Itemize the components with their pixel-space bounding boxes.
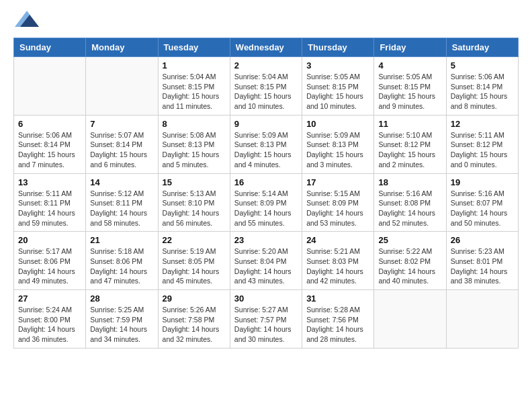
calendar-cell: 30Sunrise: 5:27 AM Sunset: 7:57 PM Dayli… [230, 290, 302, 349]
day-number: 6 [18, 119, 81, 129]
calendar-cell: 6Sunrise: 5:06 AM Sunset: 8:14 PM Daylig… [14, 115, 86, 173]
day-number: 14 [90, 177, 153, 187]
calendar-header-row: SundayMondayTuesdayWednesdayThursdayFrid… [14, 38, 519, 57]
header-tuesday: Tuesday [158, 38, 230, 57]
day-info: Sunrise: 5:22 AM Sunset: 8:02 PM Dayligh… [378, 246, 441, 286]
calendar-cell: 5Sunrise: 5:06 AM Sunset: 8:14 PM Daylig… [446, 57, 518, 116]
day-info: Sunrise: 5:06 AM Sunset: 8:14 PM Dayligh… [18, 130, 81, 170]
page-header [13, 13, 519, 27]
calendar-cell: 31Sunrise: 5:28 AM Sunset: 7:56 PM Dayli… [302, 290, 374, 349]
day-number: 26 [451, 235, 514, 245]
calendar-cell: 4Sunrise: 5:05 AM Sunset: 8:15 PM Daylig… [374, 57, 446, 116]
day-info: Sunrise: 5:20 AM Sunset: 8:04 PM Dayligh… [234, 246, 298, 286]
day-number: 24 [306, 235, 369, 245]
calendar-cell: 25Sunrise: 5:22 AM Sunset: 8:02 PM Dayli… [374, 232, 446, 290]
day-number: 15 [163, 177, 226, 187]
calendar-cell: 27Sunrise: 5:24 AM Sunset: 8:00 PM Dayli… [14, 290, 86, 349]
day-number: 3 [306, 60, 369, 71]
calendar-week-row: 27Sunrise: 5:24 AM Sunset: 8:00 PM Dayli… [14, 290, 519, 349]
day-info: Sunrise: 5:07 AM Sunset: 8:14 PM Dayligh… [90, 130, 153, 170]
day-number: 20 [18, 235, 81, 245]
calendar-cell [446, 290, 518, 349]
calendar-cell: 8Sunrise: 5:08 AM Sunset: 8:13 PM Daylig… [158, 115, 230, 173]
day-info: Sunrise: 5:04 AM Sunset: 8:15 PM Dayligh… [163, 72, 226, 111]
day-info: Sunrise: 5:13 AM Sunset: 8:10 PM Dayligh… [163, 189, 226, 228]
day-number: 11 [378, 119, 441, 129]
calendar-table: SundayMondayTuesdayWednesdayThursdayFrid… [13, 38, 519, 349]
day-info: Sunrise: 5:18 AM Sunset: 8:06 PM Dayligh… [90, 246, 153, 286]
calendar-cell: 13Sunrise: 5:11 AM Sunset: 8:11 PM Dayli… [14, 173, 86, 232]
header-sunday: Sunday [14, 38, 86, 57]
calendar-cell: 12Sunrise: 5:11 AM Sunset: 8:12 PM Dayli… [446, 115, 518, 173]
day-info: Sunrise: 5:27 AM Sunset: 7:57 PM Dayligh… [234, 305, 298, 345]
day-number: 31 [306, 293, 369, 304]
day-info: Sunrise: 5:21 AM Sunset: 8:03 PM Dayligh… [306, 246, 369, 286]
day-info: Sunrise: 5:17 AM Sunset: 8:06 PM Dayligh… [18, 246, 81, 286]
day-number: 17 [306, 177, 369, 187]
day-number: 7 [90, 119, 153, 129]
day-info: Sunrise: 5:14 AM Sunset: 8:09 PM Dayligh… [234, 189, 298, 228]
header-saturday: Saturday [446, 38, 518, 57]
day-info: Sunrise: 5:19 AM Sunset: 8:05 PM Dayligh… [163, 246, 226, 286]
day-number: 29 [163, 293, 226, 304]
calendar-cell: 14Sunrise: 5:12 AM Sunset: 8:11 PM Dayli… [86, 173, 158, 232]
day-number: 8 [163, 119, 226, 129]
day-info: Sunrise: 5:16 AM Sunset: 8:08 PM Dayligh… [378, 189, 441, 228]
day-number: 16 [234, 177, 298, 187]
day-number: 23 [234, 235, 298, 245]
day-number: 22 [163, 235, 226, 245]
calendar-cell: 22Sunrise: 5:19 AM Sunset: 8:05 PM Dayli… [158, 232, 230, 290]
header-monday: Monday [86, 38, 158, 57]
day-number: 30 [234, 293, 298, 304]
calendar-week-row: 13Sunrise: 5:11 AM Sunset: 8:11 PM Dayli… [14, 173, 519, 232]
header-wednesday: Wednesday [230, 38, 302, 57]
day-info: Sunrise: 5:04 AM Sunset: 8:15 PM Dayligh… [234, 72, 298, 111]
calendar-cell: 17Sunrise: 5:15 AM Sunset: 8:09 PM Dayli… [302, 173, 374, 232]
calendar-cell: 16Sunrise: 5:14 AM Sunset: 8:09 PM Dayli… [230, 173, 302, 232]
calendar-cell: 26Sunrise: 5:23 AM Sunset: 8:01 PM Dayli… [446, 232, 518, 290]
day-info: Sunrise: 5:12 AM Sunset: 8:11 PM Dayligh… [90, 189, 153, 228]
day-info: Sunrise: 5:10 AM Sunset: 8:12 PM Dayligh… [378, 130, 441, 170]
day-number: 13 [18, 177, 81, 187]
calendar-cell [14, 57, 86, 116]
day-number: 5 [451, 60, 514, 71]
day-info: Sunrise: 5:15 AM Sunset: 8:09 PM Dayligh… [306, 189, 369, 228]
day-number: 27 [18, 293, 81, 304]
calendar-cell: 3Sunrise: 5:05 AM Sunset: 8:15 PM Daylig… [302, 57, 374, 116]
day-info: Sunrise: 5:26 AM Sunset: 7:58 PM Dayligh… [163, 305, 226, 345]
calendar-cell: 21Sunrise: 5:18 AM Sunset: 8:06 PM Dayli… [86, 232, 158, 290]
calendar-cell: 10Sunrise: 5:09 AM Sunset: 8:13 PM Dayli… [302, 115, 374, 173]
day-number: 28 [90, 293, 153, 304]
calendar-cell: 29Sunrise: 5:26 AM Sunset: 7:58 PM Dayli… [158, 290, 230, 349]
calendar-week-row: 1Sunrise: 5:04 AM Sunset: 8:15 PM Daylig… [14, 57, 519, 116]
day-info: Sunrise: 5:08 AM Sunset: 8:13 PM Dayligh… [163, 130, 226, 170]
day-info: Sunrise: 5:05 AM Sunset: 8:15 PM Dayligh… [306, 72, 369, 111]
day-info: Sunrise: 5:06 AM Sunset: 8:14 PM Dayligh… [451, 72, 514, 111]
calendar-cell [86, 57, 158, 116]
day-number: 12 [451, 119, 514, 129]
calendar-cell: 9Sunrise: 5:09 AM Sunset: 8:13 PM Daylig… [230, 115, 302, 173]
calendar-cell: 15Sunrise: 5:13 AM Sunset: 8:10 PM Dayli… [158, 173, 230, 232]
day-number: 25 [378, 235, 441, 245]
calendar-cell: 28Sunrise: 5:25 AM Sunset: 7:59 PM Dayli… [86, 290, 158, 349]
day-info: Sunrise: 5:23 AM Sunset: 8:01 PM Dayligh… [451, 246, 514, 286]
day-number: 10 [306, 119, 369, 129]
day-info: Sunrise: 5:09 AM Sunset: 8:13 PM Dayligh… [306, 130, 369, 170]
calendar-cell: 11Sunrise: 5:10 AM Sunset: 8:12 PM Dayli… [374, 115, 446, 173]
calendar-cell: 1Sunrise: 5:04 AM Sunset: 8:15 PM Daylig… [158, 57, 230, 116]
day-info: Sunrise: 5:09 AM Sunset: 8:13 PM Dayligh… [234, 130, 298, 170]
day-number: 2 [234, 60, 298, 71]
logo [13, 13, 39, 27]
header-thursday: Thursday [302, 38, 374, 57]
day-info: Sunrise: 5:11 AM Sunset: 8:12 PM Dayligh… [451, 130, 514, 170]
calendar-week-row: 20Sunrise: 5:17 AM Sunset: 8:06 PM Dayli… [14, 232, 519, 290]
day-number: 4 [378, 60, 441, 71]
header-friday: Friday [374, 38, 446, 57]
day-info: Sunrise: 5:28 AM Sunset: 7:56 PM Dayligh… [306, 305, 369, 345]
day-info: Sunrise: 5:24 AM Sunset: 8:00 PM Dayligh… [18, 305, 81, 345]
calendar-cell: 23Sunrise: 5:20 AM Sunset: 8:04 PM Dayli… [230, 232, 302, 290]
calendar-cell: 19Sunrise: 5:16 AM Sunset: 8:07 PM Dayli… [446, 173, 518, 232]
calendar-cell: 7Sunrise: 5:07 AM Sunset: 8:14 PM Daylig… [86, 115, 158, 173]
day-info: Sunrise: 5:16 AM Sunset: 8:07 PM Dayligh… [451, 189, 514, 228]
logo-icon [15, 11, 39, 27]
